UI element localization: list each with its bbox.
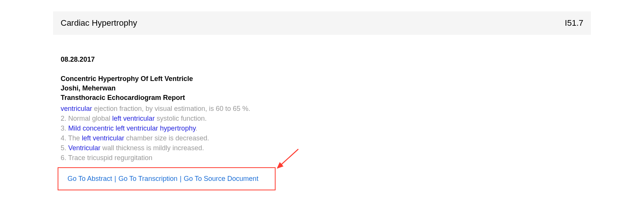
- finding-line-1: ventricular ejection fraction, by visual…: [61, 104, 591, 114]
- highlight-term: ventricular: [61, 105, 92, 112]
- highlight-term: left ventricular: [112, 115, 155, 122]
- finding-text: wall thickness is mildly increased.: [100, 144, 204, 152]
- finding-text: systolic function.: [155, 115, 207, 122]
- entry-provider: Joshi, Meherwan: [61, 84, 591, 93]
- finding-text: ejection fraction, by visual estimation,…: [92, 105, 250, 112]
- finding-text: 5.: [61, 144, 68, 152]
- entry-content: 08.28.2017 Concentric Hypertrophy Of Lef…: [53, 56, 591, 190]
- finding-line-5: 5. Ventricular wall thickness is mildly …: [61, 143, 591, 153]
- finding-text: chamber size is decreased.: [124, 134, 209, 142]
- finding-line-6: 6. Trace tricuspid regurgitation: [61, 153, 591, 163]
- action-links: Go To Abstract|Go To Transcription|Go To…: [67, 175, 266, 183]
- link-separator: |: [177, 175, 184, 182]
- go-to-transcription-link[interactable]: Go To Transcription: [118, 175, 177, 182]
- finding-text: 3.: [61, 125, 68, 132]
- entry-report-type: Transthoracic Echocardiogram Report: [61, 93, 591, 103]
- finding-text: 4. The: [61, 134, 82, 142]
- finding-line-2: 2. Normal global left ventricular systol…: [61, 114, 591, 123]
- finding-line-3: 3. Mild concentric left ventricular hype…: [61, 123, 591, 133]
- go-to-abstract-link[interactable]: Go To Abstract: [67, 175, 112, 182]
- entry-diagnosis: Concentric Hypertrophy Of Left Ventricle: [61, 74, 591, 84]
- highlight-term: Mild concentric left ventricular hypertr…: [68, 125, 196, 132]
- link-separator: |: [112, 175, 119, 182]
- diagnosis-title: Cardiac Hypertrophy: [61, 18, 137, 28]
- finding-text: .: [196, 125, 197, 132]
- entry-date: 08.28.2017: [61, 56, 591, 64]
- highlight-term: Ventricular: [68, 144, 100, 152]
- finding-text: 2. Normal global: [61, 115, 112, 122]
- links-callout-box: Go To Abstract|Go To Transcription|Go To…: [58, 167, 276, 190]
- findings-block: ventricular ejection fraction, by visual…: [61, 104, 591, 163]
- diagnosis-code: I51.7: [565, 18, 583, 28]
- go-to-source-document-link[interactable]: Go To Source Document: [184, 175, 259, 182]
- finding-line-4: 4. The left ventricular chamber size is …: [61, 133, 591, 143]
- diagnosis-header: Cardiac Hypertrophy I51.7: [53, 11, 591, 35]
- highlight-term: left ventricular: [82, 134, 124, 142]
